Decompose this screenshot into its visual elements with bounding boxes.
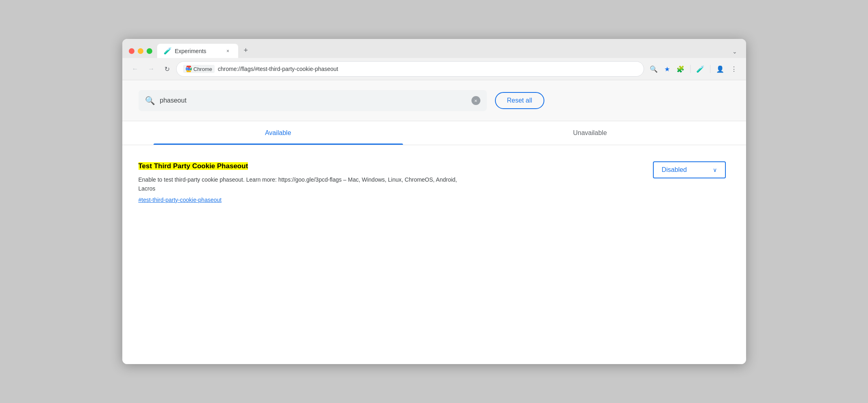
flag-link[interactable]: #test-third-party-cookie-phaseout [139,197,633,203]
search-icon: 🔍 [145,96,155,105]
search-section: 🔍 × Reset all [122,80,746,121]
nav-actions: 🔍 ★ 🧩 🧪 👤 ⋮ [647,63,740,75]
flag-dropdown-value: Disabled [662,166,687,174]
back-button[interactable]: ← [129,63,142,75]
flag-item: Test Third Party Cookie Phaseout Enable … [139,157,730,207]
zoom-icon: 🔍 [650,65,658,73]
browser-window: 🧪 Experiments × + ⌄ ← → ↻ [122,39,746,364]
tab-title: Experiments [175,48,221,54]
maximize-button[interactable] [147,48,152,54]
tab-available[interactable]: Available [122,121,434,145]
flag-info: Test Third Party Cookie Phaseout Enable … [139,161,633,203]
tab-unavailable[interactable]: Unavailable [434,121,746,145]
reset-all-button[interactable]: Reset all [495,92,544,109]
window-controls [129,48,152,54]
flag-title: Test Third Party Cookie Phaseout [139,162,248,170]
clear-search-button[interactable]: × [471,96,480,105]
flag-control: Disabled ∨ [649,161,730,178]
chrome-label: Chrome [194,66,212,72]
tab-close-button[interactable]: × [224,47,232,55]
profile-icon: 👤 [716,65,724,73]
address-bar[interactable]: Chrome chrome://flags/#test-third-party-… [176,61,644,77]
minimize-button[interactable] [138,48,143,54]
flags-list: Test Third Party Cookie Phaseout Enable … [122,145,746,219]
bookmark-icon: ★ [664,65,670,73]
flag-dropdown-button[interactable]: Disabled ∨ [653,161,726,178]
divider-2 [710,65,710,73]
tab-icon: 🧪 [164,47,172,55]
flag-description: Enable to test third-party cookie phaseo… [139,175,463,193]
divider-1 [690,65,691,73]
close-button[interactable] [129,48,134,54]
navigation-bar: ← → ↻ Chrome chrome://flags/#test-third-… [122,58,746,80]
forward-button[interactable]: → [145,63,158,75]
refresh-button[interactable]: ↻ [161,63,173,75]
tab-expand-button[interactable]: ⌄ [730,47,740,56]
menu-button[interactable]: ⋮ [728,63,740,75]
tab-spacer: ⌄ [252,47,739,56]
chrome-indicator: Chrome [183,65,215,73]
lab-icon: 🧪 [696,65,704,73]
search-input[interactable] [160,97,467,104]
bookmark-button[interactable]: ★ [662,63,672,75]
back-icon: ← [132,65,139,73]
chrome-logo-icon [186,66,192,72]
zoom-button[interactable]: 🔍 [647,63,660,75]
content-area: 🔍 × Reset all Available Unavailable Test… [122,80,746,364]
address-text: chrome://flags/#test-third-party-cookie-… [218,66,637,72]
refresh-icon: ↻ [164,65,170,73]
title-bar: 🧪 Experiments × + ⌄ [122,39,746,58]
active-tab[interactable]: 🧪 Experiments × [157,44,238,58]
lab-button[interactable]: 🧪 [694,63,707,75]
extensions-button[interactable]: 🧩 [674,63,687,75]
extensions-icon: 🧩 [676,65,685,73]
tabs-section: Available Unavailable [122,121,746,145]
forward-icon: → [148,65,155,73]
chevron-down-icon: ∨ [713,167,717,173]
flag-title-wrapper: Test Third Party Cookie Phaseout [139,161,633,171]
profile-button[interactable]: 👤 [714,63,727,75]
menu-icon: ⋮ [731,65,737,73]
search-box: 🔍 × [139,90,487,111]
new-tab-button[interactable]: + [240,43,252,58]
